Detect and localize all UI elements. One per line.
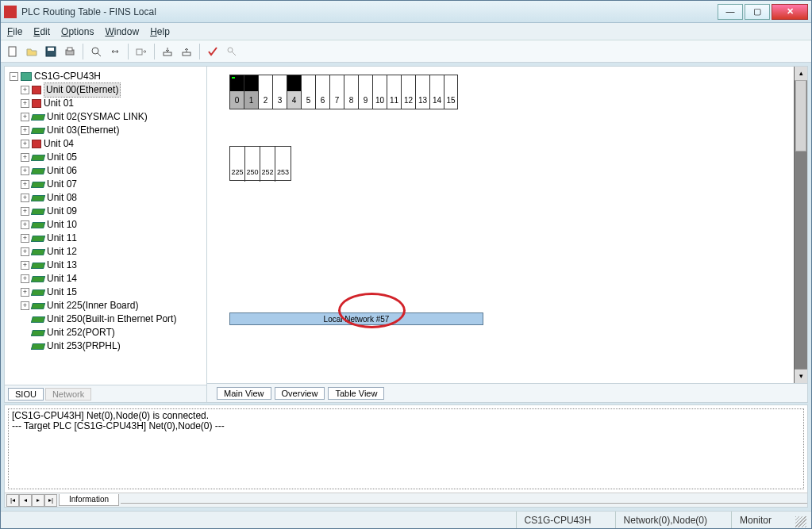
- slot-cell[interactable]: 12: [402, 91, 415, 109]
- slot-cell[interactable]: 6: [316, 91, 329, 109]
- slot-cell[interactable]: 3: [273, 91, 287, 109]
- tree-item-label[interactable]: Unit 12: [47, 245, 77, 259]
- tree-item-label[interactable]: Unit 01: [44, 97, 74, 110]
- slot-cell[interactable]: 2: [259, 91, 272, 109]
- device-tree[interactable]: −CS1G-CPU43H+Unit 00(Ethernet)+Unit 01+U…: [5, 67, 206, 385]
- slot-cell[interactable]: 7: [330, 91, 344, 109]
- tree-item-label[interactable]: Unit 07: [47, 178, 77, 191]
- log-nav-first[interactable]: |◂: [6, 494, 19, 507]
- twisty-icon[interactable]: +: [21, 274, 29, 283]
- twisty-icon[interactable]: +: [21, 153, 29, 162]
- check-icon[interactable]: [204, 43, 221, 60]
- tab-information[interactable]: Information: [59, 494, 119, 506]
- slot-cell[interactable]: 4: [287, 91, 301, 109]
- menu-window[interactable]: Window: [105, 26, 139, 37]
- twisty-icon[interactable]: +: [21, 207, 29, 216]
- tree-item-label[interactable]: Unit 10: [47, 218, 77, 232]
- twisty-icon[interactable]: +: [21, 126, 29, 135]
- extra-cell[interactable]: 250: [245, 163, 260, 182]
- twisty-icon[interactable]: +: [21, 220, 29, 229]
- network-bar[interactable]: Local Network #57: [229, 312, 483, 325]
- twisty-icon[interactable]: −: [10, 72, 18, 81]
- twisty-icon[interactable]: +: [21, 234, 29, 243]
- menu-file[interactable]: File: [7, 26, 22, 37]
- extra-cell[interactable]: 253: [275, 163, 291, 182]
- tab-siou[interactable]: SIOU: [8, 388, 44, 401]
- tree-item-label[interactable]: Unit 15: [47, 286, 77, 299]
- twisty-icon[interactable]: +: [21, 167, 29, 175]
- search-icon[interactable]: [87, 43, 105, 60]
- tree-item-label[interactable]: Unit 13: [47, 259, 77, 272]
- vertical-scrollbar[interactable]: [794, 67, 807, 383]
- twisty-icon[interactable]: +: [21, 301, 29, 310]
- slot-cell[interactable]: 9: [359, 91, 372, 109]
- unit-green-icon: [31, 182, 45, 188]
- slot-cell[interactable]: 1: [244, 91, 258, 109]
- twisty-icon[interactable]: +: [21, 180, 29, 189]
- key-icon[interactable]: [223, 43, 241, 60]
- minimize-button[interactable]: —: [718, 4, 743, 20]
- tree-root-label[interactable]: CS1G-CPU43H: [34, 70, 101, 83]
- unit-grid: 0123456789101112131415: [229, 75, 458, 109]
- menu-options[interactable]: Options: [61, 26, 94, 37]
- tree-item-label[interactable]: Unit 08: [47, 191, 77, 205]
- extra-cell[interactable]: 252: [260, 163, 275, 182]
- menu-edit[interactable]: Edit: [33, 26, 50, 37]
- twisty-icon[interactable]: +: [21, 99, 29, 108]
- close-button[interactable]: ✕: [772, 4, 808, 20]
- download-icon[interactable]: [159, 43, 176, 60]
- twisty-icon[interactable]: +: [21, 140, 29, 148]
- log-output[interactable]: [CS1G-CPU43H] Net(0),Node(0) is connecte…: [8, 408, 804, 489]
- tree-item-label[interactable]: Unit 252(PORT): [47, 326, 115, 339]
- tree-item-label[interactable]: Unit 11: [47, 232, 77, 245]
- tree-item-label[interactable]: Unit 06: [47, 164, 77, 178]
- slot-cell[interactable]: 13: [416, 91, 429, 109]
- slot-cell[interactable]: 15: [444, 91, 457, 109]
- tree-item-label[interactable]: Unit 225(Inner Board): [47, 299, 138, 312]
- upload-icon[interactable]: [178, 43, 195, 60]
- extra-cell[interactable]: 225: [230, 163, 244, 182]
- twisty-icon[interactable]: +: [21, 86, 29, 94]
- tree-item-label[interactable]: Unit 14: [47, 272, 77, 286]
- slot-cell[interactable]: 5: [302, 91, 315, 109]
- link-icon[interactable]: [106, 43, 124, 60]
- tab-overview[interactable]: Overview: [275, 387, 325, 400]
- tree-item-label[interactable]: Unit 03(Ethernet): [47, 124, 119, 137]
- maximize-button[interactable]: ▢: [745, 4, 770, 20]
- slot-cell[interactable]: 11: [387, 91, 401, 109]
- log-nav-prev[interactable]: ◂: [19, 494, 32, 507]
- menu-help[interactable]: Help: [150, 26, 170, 37]
- open-button[interactable]: [23, 43, 40, 60]
- tree-item-label[interactable]: Unit 253(PRPHL): [47, 339, 121, 353]
- log-nav-last[interactable]: ▸|: [44, 494, 57, 507]
- tree-item-label[interactable]: Unit 250(Built-in Ethernet Port): [47, 312, 176, 326]
- new-button[interactable]: [4, 43, 21, 60]
- tab-network[interactable]: Network: [45, 388, 91, 401]
- tab-table-view[interactable]: Table View: [328, 387, 384, 400]
- tree-item-label[interactable]: Unit 05: [47, 151, 77, 164]
- slot-cell[interactable]: 0: [230, 91, 244, 109]
- twisty-icon[interactable]: +: [21, 247, 29, 256]
- twisty-icon[interactable]: +: [21, 261, 29, 270]
- app-window: PLC Routing Table - FINS Local — ▢ ✕ Fil…: [0, 0, 812, 529]
- tree-item-label[interactable]: Unit 02(SYSMAC LINK): [47, 110, 148, 124]
- transfer-to-icon[interactable]: [133, 43, 150, 60]
- slot-cell[interactable]: 8: [344, 91, 358, 109]
- slot-cell[interactable]: 14: [430, 91, 444, 109]
- tab-main-view[interactable]: Main View: [217, 387, 271, 400]
- routing-canvas[interactable]: 0123456789101112131415 225250252253 Loca…: [207, 67, 794, 383]
- tree-item-label[interactable]: Unit 04: [44, 137, 74, 151]
- log-nav-next[interactable]: ▸: [32, 494, 44, 507]
- tree-item-label[interactable]: Unit 09: [47, 205, 77, 218]
- unit-green-icon: [31, 276, 45, 282]
- slot-cell[interactable]: 10: [373, 91, 387, 109]
- save-button[interactable]: [42, 43, 60, 60]
- twisty-icon[interactable]: +: [21, 113, 29, 121]
- twisty-icon[interactable]: +: [21, 288, 29, 297]
- unit-green-icon: [31, 249, 45, 255]
- twisty-icon[interactable]: +: [21, 194, 29, 202]
- print-button[interactable]: [61, 43, 79, 60]
- tree-item-label[interactable]: Unit 00(Ethernet): [44, 82, 121, 98]
- unit-green-icon: [31, 289, 45, 296]
- resize-grip[interactable]: [795, 516, 806, 527]
